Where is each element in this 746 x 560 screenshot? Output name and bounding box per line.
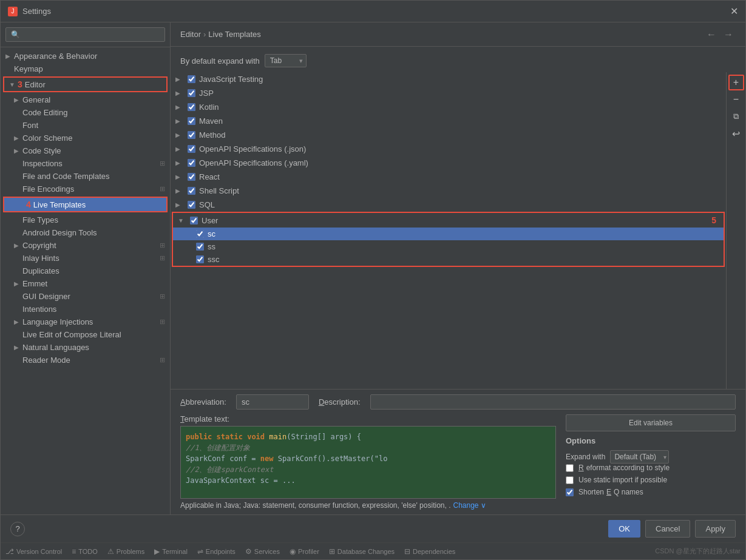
sidebar-item-keymap[interactable]: Keymap	[1, 62, 170, 75]
sidebar-item-gui-designer[interactable]: GUI Designer ⊞	[1, 290, 170, 303]
description-input[interactable]	[370, 394, 736, 410]
sidebar-item-live-edit[interactable]: Live Edit of Compose Literal	[1, 328, 170, 341]
main-content: ▶ Appearance & Behavior Keymap ▼ 3 Edito…	[1, 22, 745, 514]
help-button[interactable]: ?	[10, 522, 25, 536]
sidebar-item-inspections[interactable]: Inspections ⊞	[1, 157, 170, 170]
cancel-button[interactable]: Cancel	[645, 520, 690, 538]
sidebar-item-emmet[interactable]: ▶ Emmet	[1, 277, 170, 290]
options-expand-with-select[interactable]: Default (Tab) Tab Enter Space	[610, 450, 669, 464]
group-openapi-yaml-checkbox[interactable]	[188, 159, 195, 167]
sidebar-item-appearance[interactable]: ▶ Appearance & Behavior	[1, 50, 170, 62]
group-react[interactable]: ▶ React	[171, 170, 726, 184]
status-endpoints-label: Endpoints	[206, 548, 236, 555]
group-js-testing[interactable]: ▶ JavaScript Testing	[171, 72, 726, 86]
group-js-testing-checkbox[interactable]	[188, 75, 195, 83]
template-item-sc[interactable]: sc	[173, 228, 724, 240]
template-text-left: Template text: public static void main(S…	[180, 414, 556, 510]
sidebar-item-duplicates[interactable]: Duplicates	[1, 265, 170, 277]
sidebar-item-file-types[interactable]: File Types	[1, 214, 170, 226]
apply-button[interactable]: Apply	[695, 520, 736, 538]
search-input[interactable]	[5, 27, 165, 42]
restore-template-button[interactable]: ↩	[728, 126, 744, 141]
edit-variables-button[interactable]: Edit variables	[566, 414, 736, 431]
sidebar-item-font[interactable]: Font	[1, 119, 170, 132]
back-button[interactable]: ←	[704, 28, 719, 41]
status-problems[interactable]: ⚠ Problems	[107, 547, 144, 556]
status-dependencies[interactable]: ⊟ Dependencies	[404, 547, 455, 556]
group-sql[interactable]: ▶ SQL	[171, 198, 726, 212]
group-openapi-yaml[interactable]: ▶ OpenAPI Specifications (.yaml)	[171, 156, 726, 170]
template-code-editor[interactable]: public static void main(String[] args) {…	[180, 426, 556, 499]
sidebar-item-live-templates[interactable]: 4 Live Templates	[3, 197, 168, 212]
app-icon: J	[8, 7, 18, 16]
copy-template-button[interactable]: ⧉	[728, 109, 744, 124]
group-method[interactable]: ▶ Method	[171, 128, 726, 142]
group-maven[interactable]: ▶ Maven	[171, 114, 726, 128]
shorten-fq-checkbox[interactable]	[566, 488, 574, 496]
sidebar-item-android-design[interactable]: Android Design Tools	[1, 226, 170, 239]
group-jsp-checkbox[interactable]	[188, 89, 195, 97]
group-kotlin-checkbox[interactable]	[188, 103, 195, 111]
sidebar-item-general[interactable]: ▶ General	[1, 93, 170, 106]
sidebar-item-file-code-templates[interactable]: File and Code Templates	[1, 170, 170, 183]
group-method-checkbox[interactable]	[188, 131, 195, 139]
change-link[interactable]: Change ∨	[453, 501, 486, 510]
template-item-ssc[interactable]: ssc	[173, 253, 724, 266]
sidebar-item-reader-mode[interactable]: Reader Mode ⊞	[1, 354, 170, 366]
status-todo[interactable]: ≡ TODO	[72, 547, 98, 556]
sidebar-item-label: Live Templates	[33, 200, 161, 209]
group-shell[interactable]: ▶ Shell Script	[171, 184, 726, 198]
reformat-label: Reformat according to style	[578, 464, 670, 472]
sidebar-item-label: Editor	[25, 80, 161, 89]
group-user-checkbox[interactable]	[190, 217, 198, 224]
sidebar-item-code-editing[interactable]: Code Editing	[1, 106, 170, 119]
ok-button[interactable]: OK	[608, 520, 640, 538]
sidebar-item-inlay-hints[interactable]: Inlay Hints ⊞	[1, 252, 170, 265]
expand-arrow-icon: ▶	[175, 90, 184, 96]
abbreviation-input[interactable]	[236, 394, 309, 410]
group-kotlin[interactable]: ▶ Kotlin	[171, 100, 726, 114]
static-import-checkbox[interactable]	[566, 476, 574, 484]
template-ss-checkbox[interactable]	[196, 243, 204, 251]
group-openapi-json[interactable]: ▶ OpenAPI Specifications (.json)	[171, 142, 726, 156]
sidebar-item-file-encodings[interactable]: File Encodings ⊞	[1, 183, 170, 195]
group-sql-checkbox[interactable]	[188, 201, 195, 209]
forward-button[interactable]: →	[721, 28, 736, 41]
expand-with-select[interactable]: Tab Enter Space	[265, 54, 307, 67]
sidebar-item-color-scheme[interactable]: ▶ Color Scheme	[1, 132, 170, 144]
code-sparkconf: SparkConf conf =	[186, 454, 260, 463]
sidebar-item-intentions[interactable]: Intentions	[1, 303, 170, 315]
template-ssc-checkbox[interactable]	[196, 255, 204, 263]
sidebar-item-copyright[interactable]: ▶ Copyright ⊞	[1, 239, 170, 252]
remove-template-button[interactable]: −	[728, 92, 744, 107]
status-problems-label: Problems	[117, 548, 144, 555]
breadcrumb-editor[interactable]: Editor	[180, 30, 201, 39]
sidebar-item-editor[interactable]: ▼ 3 Editor	[3, 76, 168, 92]
status-services[interactable]: ⚙ Services	[245, 547, 280, 556]
status-endpoints[interactable]: ⇌ Endpoints	[197, 547, 236, 556]
reformat-checkbox[interactable]	[566, 464, 574, 472]
group-shell-checkbox[interactable]	[188, 187, 195, 195]
sidebar-item-label: Duplicates	[22, 266, 165, 275]
group-maven-checkbox[interactable]	[188, 117, 195, 125]
group-react-checkbox[interactable]	[188, 173, 195, 181]
expand-arrow-icon: ▶	[175, 76, 184, 83]
code-comment-1: //1、创建配置对象	[186, 444, 250, 452]
add-template-button[interactable]: +	[728, 75, 744, 90]
status-database-changes[interactable]: ⊞ Database Changes	[329, 547, 395, 556]
group-user[interactable]: ▼ User 5	[173, 213, 724, 228]
sidebar-item-natural-languages[interactable]: ▶ Natural Languages	[1, 341, 170, 354]
group-jsp[interactable]: ▶ JSP	[171, 86, 726, 100]
sidebar-search-area	[1, 22, 170, 47]
status-terminal[interactable]: ▶ Terminal	[154, 547, 188, 556]
status-version-control[interactable]: ⎇ Version Control	[5, 547, 62, 556]
template-sc-checkbox[interactable]	[196, 230, 204, 238]
sidebar-item-code-style[interactable]: ▶ Code Style	[1, 144, 170, 157]
group-openapi-json-checkbox[interactable]	[188, 145, 195, 153]
status-profiler[interactable]: ◉ Profiler	[290, 547, 319, 556]
close-button[interactable]: ✕	[730, 5, 738, 17]
status-bar: ⎇ Version Control ≡ TODO ⚠ Problems ▶ Te…	[1, 542, 745, 559]
group-label: Shell Script	[199, 186, 721, 195]
template-item-ss[interactable]: ss	[173, 240, 724, 253]
sidebar-item-language-injections[interactable]: ▶ Language Injections ⊞	[1, 315, 170, 328]
